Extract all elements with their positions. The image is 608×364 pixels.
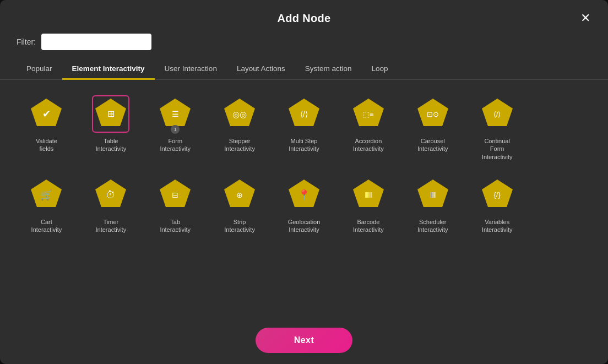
tab-element-interactivity[interactable]: Element Interactivity [62, 59, 155, 80]
close-button[interactable]: ✕ [576, 10, 595, 26]
stepper-interactivity-label: StepperInteractivity [224, 137, 255, 153]
validate-fields-icon-wrapper: ✔ [28, 95, 65, 133]
variables-icon: {/} [481, 178, 514, 211]
table-interactivity-icon-wrapper: ⊞ [92, 95, 129, 133]
timer-label: TimerInteractivity [96, 218, 127, 234]
tab-user-interaction[interactable]: User Interaction [155, 59, 227, 80]
node-table-interactivity[interactable]: ⊞ TableInteractivity [81, 91, 141, 165]
geolocation-icon-wrapper: 📍 [285, 176, 323, 214]
multi-step-icon-wrapper: ⟨/⟩ [285, 95, 323, 133]
next-button[interactable]: Next [256, 328, 353, 353]
carousel-label: CarouselInteractivity [417, 137, 448, 153]
tab-icon: ⊟ [159, 178, 192, 211]
tab-layout-actions[interactable]: Layout Actions [227, 59, 295, 80]
timer-icon-wrapper: ⏱ [92, 176, 129, 214]
geolocation-label: GeolocationInteractivity [288, 218, 321, 234]
variables-label: VariablesInteractivity [482, 218, 513, 234]
node-tab-interactivity[interactable]: ⊟ TabInteractivity [145, 172, 205, 238]
scheduler-icon-wrapper: ||||| [414, 176, 452, 214]
strip-icon-wrapper: ⊕ [221, 176, 258, 214]
nodes-grid: ✔ Validatefields ⊞ TableInte [17, 91, 597, 238]
node-barcode-interactivity[interactable]: ||||||| BarcodeInteractivity [338, 172, 398, 238]
form-interactivity-badge: 1 [171, 125, 180, 134]
modal-footer: Next [0, 320, 608, 364]
tab-popular[interactable]: Popular [17, 59, 62, 80]
barcode-icon-wrapper: ||||||| [350, 176, 387, 214]
continual-form-icon: ⟨/⟩ [481, 97, 514, 131]
node-strip-interactivity[interactable]: ⊕ StripInteractivity [210, 172, 270, 238]
add-node-modal: Add Node ✕ Filter: Popular Element Inter… [0, 0, 608, 364]
filter-label: Filter: [17, 37, 36, 46]
node-timer-interactivity[interactable]: ⏱ TimerInteractivity [81, 172, 141, 238]
accordion-icon-wrapper: ⬚≡ [350, 95, 387, 133]
tab-icon-wrapper: ⊟ [156, 176, 194, 214]
multi-step-label: Multi StepInteractivity [289, 137, 319, 153]
cart-label: CartInteractivity [31, 218, 62, 234]
accordion-label: AccordionInteractivity [353, 137, 384, 153]
continual-form-icon-wrapper: ⟨/⟩ [479, 95, 516, 133]
node-variables-interactivity[interactable]: {/} VariablesInteractivity [467, 172, 527, 238]
geolocation-icon: 📍 [287, 178, 321, 211]
filter-row: Filter: [0, 34, 608, 59]
validate-fields-label: Validatefields [36, 137, 57, 153]
modal-overlay: Add Node ✕ Filter: Popular Element Inter… [0, 0, 608, 364]
cart-icon: 🛒 [30, 178, 63, 211]
node-stepper-interactivity[interactable]: ◎◎ StepperInteractivity [210, 91, 270, 165]
variables-icon-wrapper: {/} [479, 176, 516, 214]
tab-label: TabInteractivity [160, 218, 191, 234]
strip-label: StripInteractivity [224, 218, 255, 234]
continual-form-label: ContinualFormInteractivity [482, 137, 513, 161]
node-cart-interactivity[interactable]: 🛒 CartInteractivity [17, 172, 77, 238]
carousel-icon: ⊡⊙ [416, 97, 449, 131]
validate-fields-icon: ✔ [30, 97, 63, 131]
tab-loop[interactable]: Loop [362, 59, 398, 80]
node-scheduler-interactivity[interactable]: ||||| SchedulerInteractivity [403, 172, 463, 238]
node-accordion-interactivity[interactable]: ⬚≡ AccordionInteractivity [338, 91, 398, 165]
table-interactivity-label: TableInteractivity [96, 137, 127, 153]
node-continual-form-interactivity[interactable]: ⟨/⟩ ContinualFormInteractivity [467, 91, 527, 165]
barcode-icon: ||||||| [352, 178, 385, 211]
node-geolocation-interactivity[interactable]: 📍 GeolocationInteractivity [274, 172, 334, 238]
tab-system-action[interactable]: System action [295, 59, 362, 80]
node-form-interactivity[interactable]: ☰ 1 FormInteractivity [145, 91, 205, 165]
timer-icon: ⏱ [94, 178, 127, 211]
filter-input[interactable] [41, 34, 151, 50]
content-area: ✔ Validatefields ⊞ TableInte [0, 80, 608, 320]
carousel-icon-wrapper: ⊡⊙ [414, 95, 452, 133]
cart-icon-wrapper: 🛒 [28, 176, 65, 214]
form-interactivity-icon-wrapper: ☰ 1 [156, 95, 194, 133]
barcode-label: BarcodeInteractivity [353, 218, 384, 234]
modal-header: Add Node ✕ [0, 0, 608, 34]
node-multi-step-interactivity[interactable]: ⟨/⟩ Multi StepInteractivity [274, 91, 334, 165]
node-carousel-interactivity[interactable]: ⊡⊙ CarouselInteractivity [403, 91, 463, 165]
multi-step-icon: ⟨/⟩ [287, 97, 321, 131]
scheduler-icon: ||||| [416, 178, 449, 211]
accordion-icon: ⬚≡ [352, 97, 385, 131]
tabs-row: Popular Element Interactivity User Inter… [0, 59, 608, 80]
strip-icon: ⊕ [223, 178, 256, 211]
stepper-interactivity-icon: ◎◎ [223, 97, 256, 131]
modal-title: Add Node [278, 12, 331, 25]
form-interactivity-label: FormInteractivity [160, 137, 191, 153]
node-validate-fields[interactable]: ✔ Validatefields [17, 91, 77, 165]
stepper-interactivity-icon-wrapper: ◎◎ [221, 95, 258, 133]
scheduler-label: SchedulerInteractivity [417, 218, 448, 234]
table-interactivity-icon: ⊞ [94, 97, 127, 131]
